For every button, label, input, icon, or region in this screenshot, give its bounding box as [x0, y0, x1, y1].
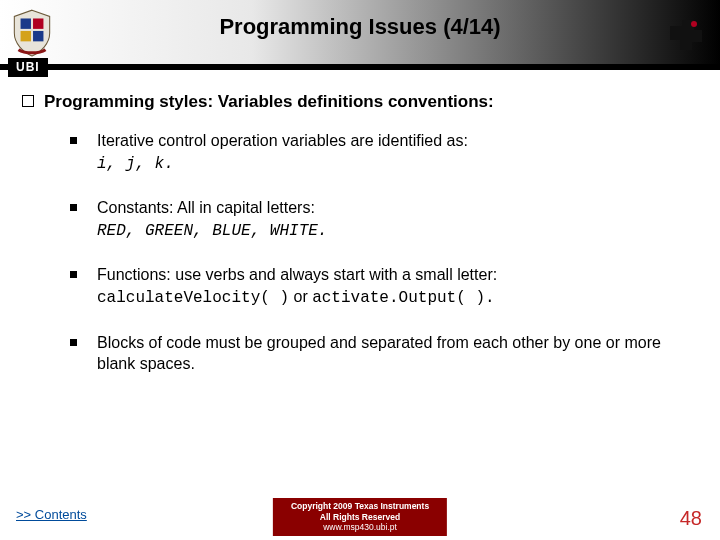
list-item: Blocks of code must be grouped and separ… [70, 332, 698, 375]
slide-body: Programming styles: Variables definition… [0, 70, 720, 488]
svg-rect-0 [21, 18, 31, 28]
copyright-box: Copyright 2009 Texas Instruments All Rig… [273, 498, 447, 536]
page-number: 48 [680, 507, 702, 530]
list-item: Functions: use verbs and always start wi… [70, 264, 698, 309]
slide: Programming Issues (4/14) UBI Programmin… [0, 0, 720, 540]
contents-link[interactable]: >> Contents [16, 507, 87, 522]
svg-rect-1 [33, 18, 43, 28]
svg-rect-3 [33, 31, 43, 41]
list-item-body: Functions: use verbs and always start wi… [97, 264, 698, 309]
copyright-url: www.msp430.ubi.pt [291, 522, 429, 533]
square-bullet-icon [70, 339, 77, 346]
item-text: Iterative control operation variables ar… [97, 132, 468, 149]
header-band: Programming Issues (4/14) UBI [0, 0, 720, 70]
item-code: RED, GREEN, BLUE, WHITE. [97, 222, 327, 240]
svg-point-4 [691, 21, 697, 27]
svg-rect-2 [21, 31, 31, 41]
square-bullet-icon [70, 271, 77, 278]
square-bullet-icon [70, 137, 77, 144]
list-item: Iterative control operation variables ar… [70, 130, 698, 175]
list-item-body: Iterative control operation variables ar… [97, 130, 698, 175]
footer: >> Contents Copyright 2009 Texas Instrum… [0, 488, 720, 540]
item-mid: or [289, 288, 312, 305]
ubi-crest-icon [6, 6, 58, 58]
list-item: Constants: All in capital letters: RED, … [70, 197, 698, 242]
ti-logo-icon [664, 12, 708, 56]
copyright-line1: Copyright 2009 Texas Instruments [291, 501, 429, 512]
item-text: Functions: use verbs and always start wi… [97, 266, 497, 283]
main-heading: Programming styles: Variables definition… [44, 92, 494, 112]
square-bullet-icon [70, 204, 77, 211]
item-code: i, j, k. [97, 155, 174, 173]
bullet-list: Iterative control operation variables ar… [70, 130, 698, 375]
ubi-tag: UBI [8, 58, 48, 77]
slide-title: Programming Issues (4/14) [0, 14, 720, 40]
item-code-a: calculateVelocity( ) [97, 289, 289, 307]
item-code-b: activate.Output( ). [312, 289, 494, 307]
item-text: Blocks of code must be grouped and separ… [97, 334, 661, 373]
item-text: Constants: All in capital letters: [97, 199, 315, 216]
main-heading-row: Programming styles: Variables definition… [22, 92, 698, 112]
list-item-body: Constants: All in capital letters: RED, … [97, 197, 698, 242]
list-item-body: Blocks of code must be grouped and separ… [97, 332, 698, 375]
checkbox-bullet-icon [22, 95, 34, 107]
copyright-line2: All Rights Reserved [291, 512, 429, 523]
